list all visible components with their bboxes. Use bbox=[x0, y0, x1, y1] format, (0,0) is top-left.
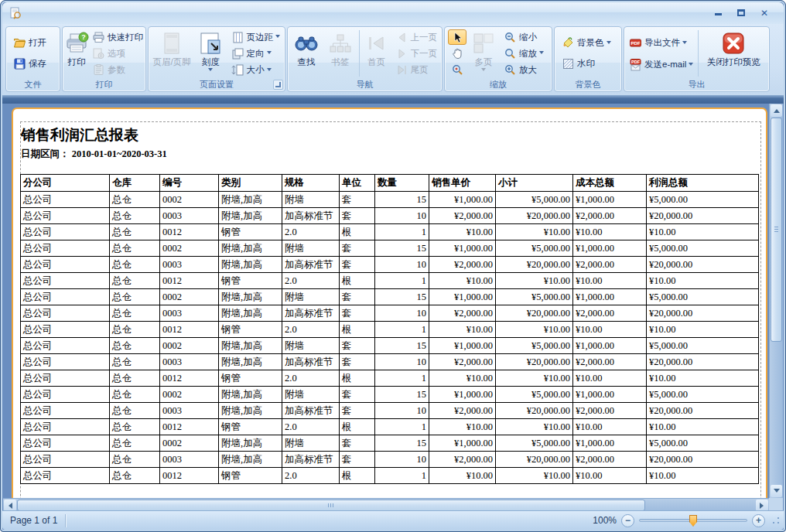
table-cell: ¥1,000.00 bbox=[573, 387, 647, 403]
table-header-row: 分公司 仓库 编号 类别 规格 单位 数量 销售单价 小计 成本总额 利润总额 bbox=[21, 175, 759, 192]
table-cell: ¥10.00 bbox=[496, 370, 573, 387]
quick-print-button[interactable]: 快速打印 bbox=[89, 29, 146, 45]
margins-label: 页边距 bbox=[247, 32, 274, 43]
table-cell: ¥10.00 bbox=[647, 419, 759, 435]
zoom-in-slider-button[interactable]: + bbox=[752, 514, 765, 527]
background-color-label: 背景色 bbox=[577, 37, 604, 49]
scroll-down-arrow[interactable] bbox=[771, 485, 782, 497]
horizontal-scrollbar-thumb[interactable] bbox=[17, 500, 645, 511]
parameters-clipboard-icon bbox=[92, 63, 105, 77]
close-window-button[interactable]: ✕ bbox=[756, 6, 773, 20]
table-cell: ¥20,000.00 bbox=[647, 403, 759, 419]
table-cell: 0002 bbox=[160, 192, 219, 208]
table-cell: 加高标准节 bbox=[282, 257, 340, 273]
table-cell: ¥2,000.00 bbox=[573, 354, 647, 370]
export-file-button[interactable]: PDF 导出文件 bbox=[626, 35, 696, 51]
table-cell: 根 bbox=[340, 468, 375, 484]
find-button[interactable]: 查找 bbox=[289, 29, 323, 78]
ribbon: 打开 保存 文件 bbox=[2, 24, 784, 95]
save-button[interactable]: 保存 bbox=[10, 56, 50, 72]
magnifier-tool-button[interactable] bbox=[448, 63, 466, 78]
table-row: 总公司总仓0003附墙,加高加高标准节套10¥2,000.00¥20,000.0… bbox=[21, 452, 759, 468]
scroll-left-arrow[interactable] bbox=[4, 500, 16, 511]
table-cell: ¥20,000.00 bbox=[647, 305, 759, 322]
send-email-button[interactable]: PDF 发送e-mail bbox=[626, 56, 696, 73]
table-cell: ¥1,000.00 bbox=[573, 435, 647, 452]
table-cell: 总公司 bbox=[21, 435, 110, 452]
table-cell: 钢管 bbox=[219, 419, 282, 435]
vertical-scrollbar-thumb[interactable] bbox=[771, 118, 782, 342]
table-row: 总公司总仓0003附墙,加高加高标准节套10¥2,000.00¥20,000.0… bbox=[21, 354, 759, 370]
first-page-button: 首页 bbox=[361, 29, 392, 78]
print-preview-app-icon bbox=[9, 7, 22, 20]
table-row: 总公司总仓0012钢管2.0根1¥10.00¥10.00¥10.00¥10.00 bbox=[21, 419, 759, 435]
table-cell: 0002 bbox=[160, 289, 219, 305]
export-file-label: 导出文件 bbox=[644, 37, 680, 49]
table-cell: 15 bbox=[375, 192, 429, 208]
pointer-tool-button[interactable] bbox=[448, 29, 466, 45]
zoom-icon bbox=[504, 47, 517, 60]
table-cell: 2.0 bbox=[282, 273, 340, 289]
table-cell: 加高标准节 bbox=[282, 208, 340, 224]
thumb-grip bbox=[774, 227, 778, 233]
table-cell: 套 bbox=[340, 403, 375, 419]
table-cell: ¥10.00 bbox=[647, 224, 759, 240]
orientation-button[interactable]: 定向 bbox=[228, 46, 284, 61]
vertical-scrollbar[interactable] bbox=[769, 104, 783, 498]
prev-page-icon bbox=[395, 31, 408, 44]
table-cell: 0012 bbox=[160, 273, 219, 289]
background-color-button[interactable]: 背景色 bbox=[559, 35, 620, 51]
preview-area[interactable]: 销售利润汇总报表 日期区间： 2010-01-01~2020-03-31 分公司… bbox=[3, 104, 769, 498]
table-cell: ¥10.00 bbox=[496, 468, 573, 484]
col-header-category: 类别 bbox=[219, 175, 282, 192]
scroll-right-arrow[interactable] bbox=[756, 500, 768, 511]
zoom-in-button[interactable]: 放大 bbox=[501, 63, 547, 78]
scroll-up-arrow[interactable] bbox=[771, 104, 782, 117]
zoom-slider-track[interactable] bbox=[639, 519, 747, 522]
table-cell: ¥2,000.00 bbox=[573, 208, 647, 224]
maximize-button[interactable] bbox=[733, 6, 750, 20]
save-floppy-icon bbox=[13, 57, 26, 70]
table-cell: 附墙 bbox=[282, 387, 340, 403]
bookmark-tree-icon bbox=[328, 31, 353, 56]
header-footer-label: 页眉/页脚 bbox=[152, 57, 190, 67]
zoom-out-slider-button[interactable]: − bbox=[621, 514, 634, 527]
table-cell: ¥10.00 bbox=[429, 419, 496, 435]
table-cell: ¥2,000.00 bbox=[429, 305, 496, 322]
open-button[interactable]: 打开 bbox=[10, 35, 50, 51]
zoom-level-value: 100% bbox=[593, 515, 617, 526]
print-button[interactable]: ? 打印 bbox=[64, 29, 89, 78]
zoom-out-label: 缩小 bbox=[519, 32, 537, 43]
window-resize-grip[interactable] bbox=[771, 516, 781, 525]
table-row: 总公司总仓0012钢管2.0根1¥10.00¥10.00¥10.00¥10.00 bbox=[21, 468, 759, 484]
margins-button[interactable]: 页边距 bbox=[228, 29, 284, 45]
close-print-preview-button[interactable]: 关闭打印预览 bbox=[700, 29, 767, 78]
table-cell: ¥5,000.00 bbox=[647, 435, 759, 452]
zoom-out-button[interactable]: 缩小 bbox=[501, 29, 547, 45]
table-row: 总公司总仓0003附墙,加高加高标准节套10¥2,000.00¥20,000.0… bbox=[21, 257, 759, 273]
table-cell: 总仓 bbox=[110, 370, 160, 387]
table-cell: 1 bbox=[375, 224, 429, 240]
table-cell: ¥10.00 bbox=[573, 322, 647, 338]
zoom-combo-button[interactable]: 缩放 bbox=[501, 46, 547, 61]
table-cell: 总仓 bbox=[110, 387, 160, 403]
col-header-branch: 分公司 bbox=[21, 175, 110, 192]
size-button[interactable]: 大小 bbox=[228, 63, 284, 78]
header-footer-icon bbox=[159, 31, 184, 56]
minimize-button[interactable] bbox=[709, 6, 726, 20]
scale-button[interactable]: 刻度 bbox=[193, 29, 227, 78]
table-cell: 附墙,加高 bbox=[219, 354, 282, 370]
ribbon-bottom-strip bbox=[2, 95, 784, 104]
hand-tool-button[interactable] bbox=[448, 46, 466, 61]
ribbon-group-export: PDF 导出文件 PDF 发送e-mail bbox=[624, 26, 770, 92]
table-cell: 总仓 bbox=[110, 273, 160, 289]
watermark-button[interactable]: 水印 bbox=[559, 56, 620, 72]
col-header-warehouse: 仓库 bbox=[110, 175, 160, 192]
table-cell: 根 bbox=[340, 322, 375, 338]
table-cell: 根 bbox=[340, 273, 375, 289]
close-preview-red-x-icon bbox=[721, 31, 746, 56]
multi-page-label: 多页 bbox=[475, 57, 493, 67]
zoom-slider-thumb[interactable] bbox=[689, 515, 697, 527]
table-row: 总公司总仓0002附墙,加高附墙套15¥1,000.00¥5,000.00¥1,… bbox=[21, 387, 759, 403]
table-cell: ¥1,000.00 bbox=[573, 338, 647, 354]
